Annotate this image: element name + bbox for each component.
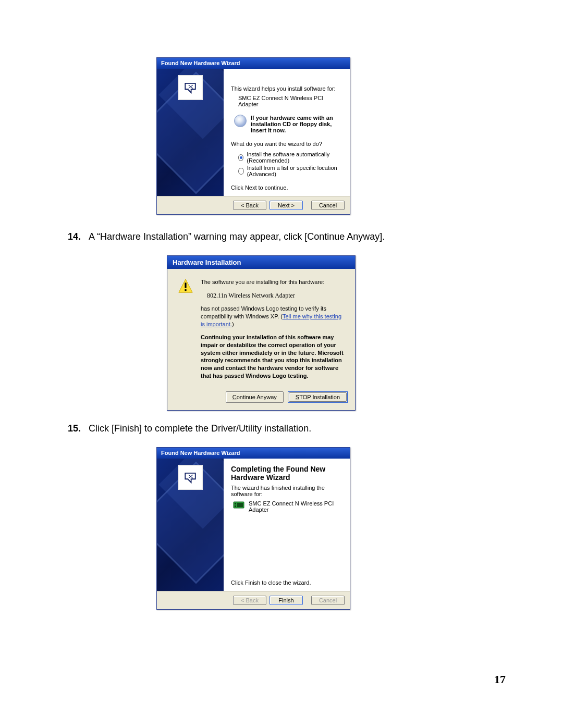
dialog2-title: Hardware Installation [167,256,355,269]
step-14: 14. A “Hardware Installation” warning ma… [68,230,516,243]
found-new-hardware-wizard-dialog-2: Found New Hardware Wizard Completing the… [156,447,350,610]
wizard-prompt-text: What do you want the wizard to do? [231,141,342,147]
back-button-disabled: < Back [233,596,266,605]
warning-icon [178,278,193,294]
hw-device-name: 802.11n Wireless Network Adapter [207,291,345,300]
radio-unselected-icon [238,168,244,175]
close-hint-text: Click Finish to close the wizard. [231,579,342,586]
svg-rect-1 [185,283,186,288]
continue-hint-text: Click Next to continue. [231,184,342,191]
page-number: 17 [494,673,506,686]
wizard-sidebar-graphic [157,69,224,196]
dialog3-body: Completing the Found New Hardware Wizard… [157,459,350,591]
dialog2-body: The software you are installing for this… [167,269,355,388]
dialog3-title: Found New Hardware Wizard [157,448,350,459]
radio-install-auto[interactable]: Install the software automatically (Reco… [238,151,342,164]
wizard-sidebar-graphic [157,459,224,591]
hw-line1: The software you are installing for this… [201,278,345,286]
completing-heading: Completing the Found New Hardware Wizard [231,465,342,482]
stop-default-wrap: STOP Installation [288,391,348,403]
radio-install-list[interactable]: Install from a list or specific location… [238,165,342,177]
radio-auto-label: Install the software automatically (Reco… [247,151,342,164]
wizard-icon [178,75,203,100]
hw-line2b: ) [232,321,234,327]
device-name-text: SMC EZ Connect N Wireless PCI Adapter [238,95,342,107]
wizard-icon [178,465,203,490]
radio-selected-icon [238,154,243,161]
continue-anyway-button[interactable]: Continue Anyway [226,391,284,403]
svg-rect-6 [237,503,243,507]
found-new-hardware-wizard-dialog-1: Found New Hardware Wizard This wizard he… [156,57,350,215]
dialog2-footer: Continue Anyway STOP Installation [167,388,355,410]
back-button[interactable]: < Back [233,201,266,210]
svg-rect-4 [235,503,236,504]
complete-device-name: SMC EZ Connect N Wireless PCI Adapter [249,500,342,513]
cancel-button-disabled: Cancel [311,596,345,605]
cancel-button[interactable]: Cancel [311,201,345,210]
dialog1-content: This wizard helps you install software f… [224,69,350,196]
radio-list-label: Install from a list or specific location… [247,165,342,177]
device-chip-icon [233,500,244,510]
cd-hint-row: If your hardware came with an installati… [234,115,342,133]
step-15-text: Click [Finish] to complete the Driver/Ut… [89,422,516,435]
document-page: Found New Hardware Wizard This wizard he… [0,0,563,728]
cd-icon [234,115,247,127]
dialog1-body: This wizard helps you install software f… [157,69,350,196]
hw-logo-testing-text: has not passed Windows Logo testing to v… [201,305,345,328]
complete-line1: The wizard has finished installing the s… [231,485,342,497]
hardware-installation-dialog: Hardware Installation The software you a… [167,255,356,411]
step-15: 15. Click [Finish] to complete the Drive… [68,422,516,435]
svg-rect-5 [235,505,236,507]
step-15-number: 15. [68,422,89,435]
dialog1-footer: < Back Next > Cancel [157,196,350,214]
cd-hint-text: If your hardware came with an installati… [251,115,342,133]
hw-warning-text: Continuing your installation of this sof… [201,334,345,380]
next-button[interactable]: Next > [270,201,303,210]
dialog3-footer: < Back Finish Cancel [157,591,350,609]
dialog1-title: Found New Hardware Wizard [157,58,350,69]
stop-installation-button[interactable]: STOP Installation [289,392,347,402]
step-14-text: A “Hardware Installation” warning may ap… [89,230,516,243]
finish-button[interactable]: Finish [270,596,303,605]
dialog3-content: Completing the Found New Hardware Wizard… [224,459,350,591]
svg-rect-2 [185,289,186,291]
wizard-intro-text: This wizard helps you install software f… [231,85,342,92]
step-14-number: 14. [68,230,89,243]
